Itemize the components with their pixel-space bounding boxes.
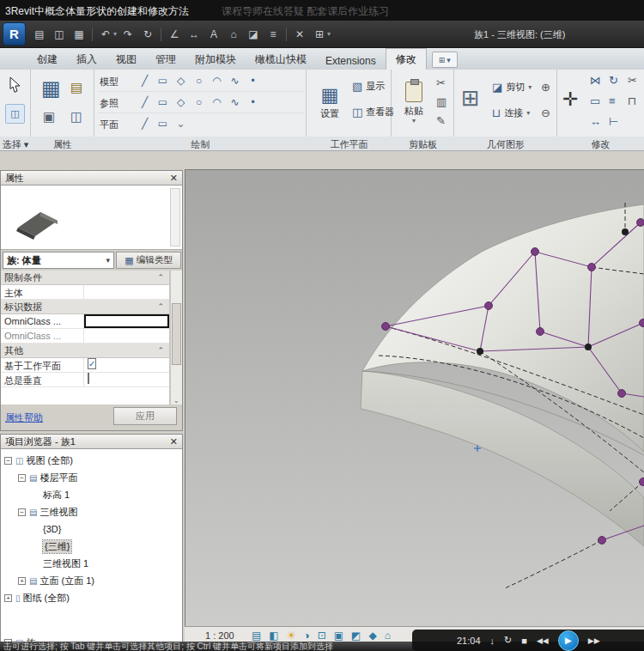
tab-create[interactable]: 创建 xyxy=(27,49,67,70)
trim-icon[interactable]: ⊢ xyxy=(609,115,618,128)
switch-windows-dropdown-icon[interactable]: ▾ xyxy=(327,30,331,38)
play-button[interactable]: ▶ xyxy=(558,630,579,651)
tree-item-3dview1[interactable]: 三维视图 1 xyxy=(1,556,182,571)
mirror-icon[interactable]: ⋈ xyxy=(590,74,601,87)
undo-icon[interactable]: ↶ xyxy=(97,25,114,43)
properties-palette-icon[interactable]: ▦ xyxy=(41,76,61,100)
tree-item-sheets[interactable]: + ▯ 图纸 (全部) xyxy=(1,590,182,605)
geometry-main-icon[interactable]: ⊞ xyxy=(461,85,480,112)
rotate-icon[interactable]: ↻ xyxy=(609,74,618,87)
select-panel-label[interactable]: 选择 ▾ xyxy=(0,138,31,151)
section-identity-data[interactable]: 标识数据 ⌃ xyxy=(1,300,169,314)
control-point[interactable] xyxy=(640,319,644,327)
offset-icon[interactable]: ▭ xyxy=(590,94,600,107)
measure-icon[interactable]: ∠ xyxy=(166,25,183,43)
sun-icon[interactable]: ☀ xyxy=(287,630,296,642)
line-tool-icon[interactable]: ╱ xyxy=(136,72,154,89)
omniclass-number-cell[interactable] xyxy=(84,314,169,328)
3d-viewport-canvas[interactable] xyxy=(185,170,644,626)
tab-modify[interactable]: 修改 xyxy=(386,48,427,70)
arc-tool-icon[interactable]: ◠ xyxy=(208,94,226,111)
save-icon[interactable]: ◫ xyxy=(51,25,68,43)
control-point[interactable] xyxy=(382,323,390,331)
point-tool-icon[interactable]: • xyxy=(244,94,262,111)
switch-windows-icon[interactable]: ⊞ xyxy=(311,25,328,43)
control-point[interactable] xyxy=(640,478,644,486)
resize-icon[interactable]: ↔ xyxy=(590,115,601,128)
close-icon[interactable]: ✕ xyxy=(170,173,178,184)
tab-addins[interactable]: 附加模块 xyxy=(185,49,246,70)
control-point[interactable] xyxy=(637,219,644,227)
add-icon[interactable]: ⊕ xyxy=(541,81,550,94)
split-icon[interactable]: ✂ xyxy=(628,74,637,87)
profile-point[interactable] xyxy=(622,228,629,235)
dimension-icon[interactable]: ↔ xyxy=(185,25,203,43)
stop-icon[interactable]: ■ xyxy=(521,636,527,646)
polygon-tool-icon[interactable]: ◇ xyxy=(172,72,190,89)
show-crop-icon[interactable]: ▣ xyxy=(334,630,343,642)
application-menu-button[interactable]: R xyxy=(3,22,26,46)
always-vertical-checkbox[interactable] xyxy=(88,373,89,384)
section-other[interactable]: 其他 ⌃ xyxy=(1,344,169,358)
edit-type-button[interactable]: ▦ 编辑类型 xyxy=(116,252,181,269)
profile-point[interactable] xyxy=(585,344,592,350)
open-icon[interactable]: ▤ xyxy=(31,25,48,43)
collapse-box-icon[interactable]: − xyxy=(18,508,26,516)
properties-scrollbar[interactable]: ⌄ xyxy=(170,271,182,405)
crop-icon[interactable]: ⊡ xyxy=(318,630,326,642)
scroll-down-icon[interactable]: ⌄ xyxy=(172,115,190,132)
host-value-cell[interactable] xyxy=(84,285,169,299)
move-icon[interactable]: ✛ xyxy=(562,88,578,111)
viewer-button[interactable]: ◫ 查看器 xyxy=(352,106,394,119)
modify-button[interactable]: ◫ xyxy=(5,104,25,124)
ribbon-display-toggle[interactable]: ⊞ ▾ xyxy=(432,52,458,68)
line-tool-icon[interactable]: ╱ xyxy=(136,115,154,132)
polygon-tool-icon[interactable]: ◇ xyxy=(172,94,190,111)
profile-point[interactable] xyxy=(477,348,483,355)
type-selector-dropdown[interactable]: 族: 体量 ▾ xyxy=(3,252,114,269)
tree-item-3d-selected[interactable]: {三维} xyxy=(1,538,182,554)
apply-button[interactable]: 应用 xyxy=(113,407,177,425)
tree-item-views[interactable]: − ◫ 视图 (全部) xyxy=(1,453,182,468)
tree-item-floorplans[interactable]: − ▤ 楼层平面 xyxy=(1,470,182,485)
print-icon[interactable]: ▦ xyxy=(70,25,88,43)
detail-level-icon[interactable]: ▤ xyxy=(252,630,261,642)
expand-box-icon[interactable]: + xyxy=(18,577,26,585)
point-tool-icon[interactable]: • xyxy=(244,72,262,89)
shadows-icon[interactable]: ◑ xyxy=(303,630,309,642)
cut-to-clipboard-icon[interactable]: ✂ xyxy=(436,76,446,89)
transfer-standards-icon[interactable]: ◫ xyxy=(70,109,82,125)
family-category-icon[interactable]: ▣ xyxy=(43,109,55,125)
isolate-icon[interactable]: ◆ xyxy=(368,630,376,642)
section-icon[interactable]: ◪ xyxy=(245,25,262,43)
cut-geometry-button[interactable]: ◪ 剪切 ▾ xyxy=(492,81,532,94)
tab-ganlanshan[interactable]: 橄榄山快模 xyxy=(246,49,316,70)
drawing-area[interactable] xyxy=(185,169,644,626)
workplane-based-checkbox[interactable]: ✓ xyxy=(88,358,96,369)
line-tool-icon[interactable]: ╱ xyxy=(136,94,154,111)
modify-cursor-icon[interactable] xyxy=(9,76,22,94)
collapse-box-icon[interactable]: − xyxy=(4,457,12,465)
scrollbar-thumb[interactable] xyxy=(172,303,181,365)
join-geometry-button[interactable]: ⊔ 连接 ▾ xyxy=(492,106,530,119)
previous-icon[interactable]: ◀◀ xyxy=(537,636,549,645)
tab-manage[interactable]: 管理 xyxy=(146,49,185,70)
control-point[interactable] xyxy=(598,537,606,545)
loop-icon[interactable]: ↻ xyxy=(504,635,512,646)
match-properties-icon[interactable]: ✎ xyxy=(436,114,446,127)
expand-box-icon[interactable]: + xyxy=(4,594,12,602)
remove-icon[interactable]: ⊖ xyxy=(541,106,550,119)
rectangle-tool-icon[interactable]: ▭ xyxy=(154,115,172,132)
volume-down-icon[interactable]: ↓ xyxy=(490,636,495,646)
family-types-icon[interactable]: ▤ xyxy=(70,80,82,95)
close-hidden-windows-icon[interactable]: ✕ xyxy=(291,25,308,43)
control-point[interactable] xyxy=(485,302,493,310)
sync-icon[interactable]: ↻ xyxy=(139,25,156,43)
arc-tool-icon[interactable]: ◠ xyxy=(208,72,226,89)
rectangle-tool-icon[interactable]: ▭ xyxy=(154,94,172,111)
omniclass-title-cell[interactable] xyxy=(84,329,169,343)
tab-extensions[interactable]: Extensions xyxy=(316,52,386,70)
home-view-icon[interactable]: ⌂ xyxy=(385,630,391,642)
properties-palette-header[interactable]: 属性 ✕ xyxy=(1,171,182,186)
undo-dropdown-icon[interactable]: ▾ xyxy=(113,30,117,38)
